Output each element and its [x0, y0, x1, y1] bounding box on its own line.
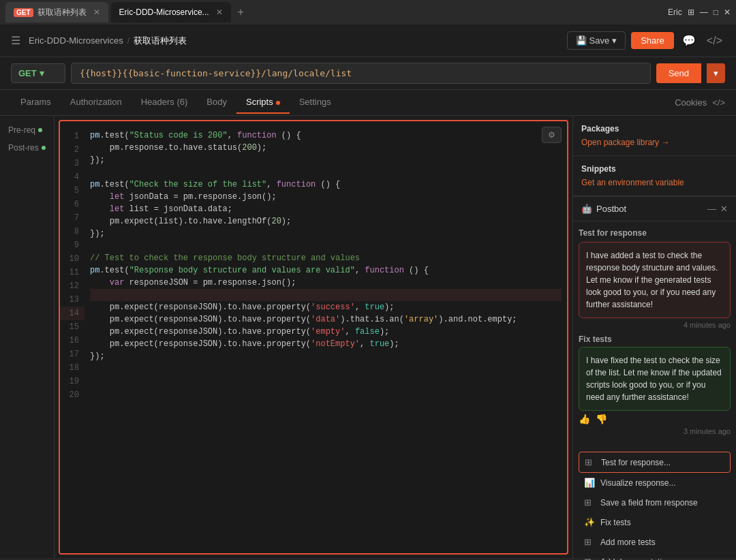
method-label: GET — [18, 68, 37, 78]
quick-action-fix-tests[interactable]: ✨ Fix tests — [579, 512, 731, 532]
postbot-close-button[interactable]: ✕ — [720, 204, 728, 214]
add-more-tests-icon: ⊞ — [584, 537, 595, 547]
code-container: 1 2 3 4 5 6 7 8 9 10 11 12 13 14 15 16 1… — [60, 121, 567, 553]
postbot-panel: 🤖 Postbot — ✕ Test for response I have a… — [573, 196, 736, 560]
chat-message-1: I have added a test to check the respons… — [579, 242, 731, 318]
postbot-messages: Test for response I have added a test to… — [573, 221, 736, 446]
header-right: 💾 Save ▾ Share 💬 </> — [567, 31, 725, 50]
tabs-right: Cookies </> — [675, 97, 725, 108]
comments-icon[interactable]: 💬 — [679, 31, 699, 50]
browser-tab-1[interactable]: GET 获取语种列表 ✕ — [5, 2, 108, 22]
save-button[interactable]: 💾 Save ▾ — [567, 31, 626, 50]
prereq-dot — [38, 128, 42, 132]
hamburger-icon[interactable]: ☰ — [11, 34, 20, 47]
postres-dot — [42, 146, 46, 150]
snippets-section: Snippets Get an environment variable — [573, 156, 736, 196]
method-select[interactable]: GET ▾ — [11, 63, 65, 83]
thumbs-down-button[interactable]: 👎 — [596, 414, 607, 424]
postbot-header: 🤖 Postbot — ✕ — [573, 197, 736, 221]
code-editor[interactable]: ⚙ 1 2 3 4 5 6 7 8 9 10 11 12 13 14 15 16… — [59, 120, 568, 555]
new-tab-button[interactable]: + — [234, 6, 248, 18]
method-dropdown-icon: ▾ — [40, 68, 44, 78]
send-dropdown-button[interactable]: ▾ — [707, 63, 725, 83]
visualize-icon: 📊 — [584, 478, 595, 488]
prereq-label: Pre-req — [8, 125, 35, 135]
chat-section-fix-tests: Fix tests — [579, 335, 731, 344]
save-icon: 💾 — [576, 35, 587, 46]
cookies-link[interactable]: Cookies — [675, 97, 707, 108]
window-close[interactable]: ✕ — [724, 7, 731, 17]
postbot-title: 🤖 Postbot — [581, 204, 626, 214]
save-dropdown-icon[interactable]: ▾ — [612, 35, 617, 46]
breadcrumb-separator: / — [127, 35, 130, 46]
send-button[interactable]: Send — [656, 63, 701, 83]
open-package-library-link[interactable]: Open package library → — [581, 138, 728, 147]
tab-authorization[interactable]: Authorization — [61, 91, 132, 114]
window-icon: ⊞ — [688, 7, 694, 17]
postbot-icon: 🤖 — [581, 204, 592, 214]
postbot-minimize-button[interactable]: — — [707, 204, 716, 214]
breadcrumb: Eric-DDD-Microservices / 获取语种列表 — [29, 35, 187, 47]
snippets-link[interactable]: Get an environment variable — [581, 178, 728, 187]
quick-action-add-more-tests[interactable]: ⊞ Add more tests — [579, 532, 731, 552]
browser-tab-2[interactable]: Eric-DDD-Microservice... ✕ — [111, 2, 231, 22]
tab-label-1: 获取语种列表 — [37, 7, 87, 18]
window-user: Eric — [668, 7, 682, 17]
scripts-dot — [276, 101, 280, 105]
window-maximize[interactable]: □ — [714, 7, 718, 17]
sidebar-item-postres[interactable]: Post-res — [0, 139, 54, 157]
sidebar-item-prereq[interactable]: Pre-req — [0, 121, 54, 139]
breadcrumb-current: 获取语种列表 — [134, 35, 187, 47]
share-button[interactable]: Share — [631, 32, 674, 49]
browser-tab-bar: GET 获取语种列表 ✕ Eric-DDD-Microservice... ✕ … — [0, 0, 736, 25]
tab-params[interactable]: Params — [11, 91, 61, 114]
packages-title: Packages — [581, 124, 728, 134]
tab-close-1[interactable]: ✕ — [93, 7, 100, 17]
tab-bar-right: Eric ⊞ — □ ✕ — [668, 7, 731, 17]
tab-close-2[interactable]: ✕ — [216, 7, 223, 17]
chat-message-2: I have fixed the test to check the size … — [579, 347, 731, 411]
chat-time-1: 4 minutes ago — [579, 321, 731, 329]
header: ☰ Eric-DDD-Microservices / 获取语种列表 💾 Save… — [0, 25, 736, 57]
postres-label: Post-res — [8, 143, 39, 153]
quick-actions: ⊞ Test for response... 📊 Visualize respo… — [573, 446, 736, 560]
editor-settings-button[interactable]: ⚙ — [542, 127, 562, 143]
breadcrumb-parent[interactable]: Eric-DDD-Microservices — [29, 35, 123, 46]
window-minimize[interactable]: — — [700, 7, 708, 17]
save-field-icon: ⊞ — [584, 497, 595, 508]
tab-body[interactable]: Body — [197, 91, 236, 114]
tab-settings[interactable]: Settings — [290, 91, 341, 114]
request-tabs-bar: Params Authorization Headers (6) Body Sc… — [0, 90, 736, 116]
code-snippet-icon[interactable]: </> — [712, 97, 725, 108]
tab-method-badge: GET — [14, 8, 33, 17]
test-response-icon: ⊞ — [585, 457, 596, 467]
tab-label-2: Eric-DDD-Microservice... — [119, 7, 209, 17]
code-icon[interactable]: </> — [704, 32, 725, 50]
postbot-controls: — ✕ — [707, 204, 728, 214]
left-panel: Pre-req Post-res — [0, 116, 55, 559]
quick-action-visualize[interactable]: 📊 Visualize response... — [579, 473, 731, 493]
code-lines[interactable]: pm.test("Status code is 200", function (… — [85, 124, 567, 553]
main-content: Pre-req Post-res ⚙ 1 2 3 4 5 6 7 8 9 10 — [0, 116, 736, 559]
quick-action-save-field[interactable]: ⊞ Save a field from response — [579, 493, 731, 512]
chat-section-test-response: Test for response — [579, 227, 731, 239]
snippets-title: Snippets — [581, 164, 728, 174]
line-numbers: 1 2 3 4 5 6 7 8 9 10 11 12 13 14 15 16 1… — [60, 124, 85, 553]
editor-toolbar: ⚙ — [542, 127, 562, 143]
thumbs-up-button[interactable]: 👍 — [579, 414, 590, 424]
chat-time-2: 3 minutes ago — [579, 427, 731, 435]
url-bar: GET ▾ Send ▾ — [0, 57, 736, 90]
chat-feedback: 👍 👎 — [579, 414, 731, 424]
quick-action-test-response[interactable]: ⊞ Test for response... — [579, 452, 731, 473]
fix-tests-icon: ✨ — [584, 517, 595, 527]
url-input[interactable] — [71, 63, 651, 84]
packages-section: Packages Open package library → — [573, 116, 736, 156]
tab-scripts[interactable]: Scripts — [236, 91, 290, 114]
tab-headers[interactable]: Headers (6) — [132, 91, 198, 114]
right-panel: Packages Open package library → Snippets… — [572, 116, 736, 559]
